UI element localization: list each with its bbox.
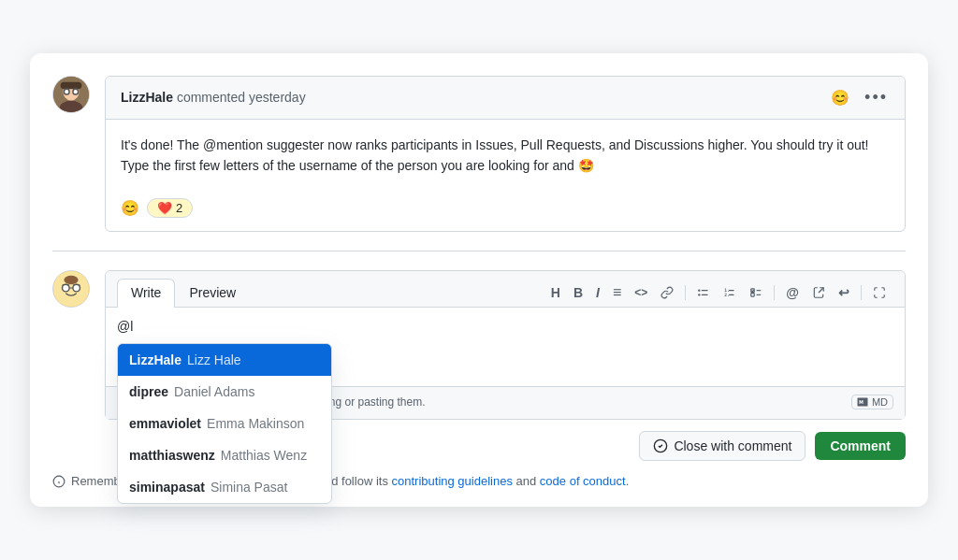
bold-button[interactable]: B [570, 282, 587, 303]
comment-block: LizzHale commented yesterday 😊 ••• It's … [52, 76, 906, 233]
svg-point-8 [63, 285, 70, 293]
crossref-button[interactable] [808, 283, 829, 302]
editor-tabs: Write Preview H B I ≡ <> [106, 271, 905, 308]
mention-username-2: emmaviolet [129, 416, 201, 431]
code-of-conduct-link[interactable]: code of conduct [540, 474, 626, 488]
editor-toolbar: H B I ≡ <> 1.2. [547, 281, 893, 304]
mention-fullname-4: Simina Pasat [210, 480, 287, 495]
md-badge: MD [851, 395, 893, 409]
toolbar-separator-3 [861, 285, 862, 300]
mention-username-0: LizzHale [129, 352, 181, 367]
heading-button[interactable]: H [547, 282, 564, 303]
tabs-left: Write Preview [117, 279, 250, 307]
mention-item-matthiaswenz[interactable]: matthiaswenz Matthias Wenz [118, 439, 331, 471]
toolbar-separator-1 [685, 285, 686, 300]
current-user-avatar [52, 270, 90, 308]
comment-actions: 😊 ••• [829, 86, 890, 109]
comment-reactions: 😊 ❤️ 2 [106, 191, 905, 231]
md-label: MD [872, 396, 888, 408]
comment-button[interactable]: Comment [815, 432, 906, 460]
heart-count: 2 [176, 201, 182, 215]
quote-button[interactable]: ≡ [609, 281, 625, 304]
svg-rect-16 [729, 290, 734, 291]
mention-username-3: matthiaswenz [129, 448, 215, 463]
write-area: Write Preview H B I ≡ <> [105, 270, 906, 420]
mention-item-lizzHale[interactable]: LizzHale Lizz Hale [118, 344, 331, 376]
main-container: LizzHale commented yesterday 😊 ••• It's … [30, 53, 928, 508]
commenter-avatar [52, 76, 90, 113]
heart-icon: ❤️ [157, 201, 172, 215]
mention-username-4: siminapasat [129, 480, 205, 495]
mention-item-dipree[interactable]: dipree Daniel Adams [118, 376, 331, 408]
mention-item-emmaviolet[interactable]: emmaviolet Emma Makinson [118, 408, 331, 439]
tab-preview[interactable]: Preview [175, 279, 250, 308]
mention-item-siminapasat[interactable]: siminapasat Simina Pasat [118, 471, 331, 503]
comment-username: LizzHale [121, 90, 173, 105]
emoji-reaction-button[interactable]: 😊 [829, 87, 851, 108]
tab-write[interactable]: Write [117, 279, 175, 308]
svg-text:2.: 2. [725, 293, 731, 297]
add-reaction-button[interactable]: 😊 [121, 199, 139, 217]
svg-point-11 [699, 290, 701, 292]
editor-area[interactable]: @l LizzHale Lizz Hale dipree Daniel Adam… [106, 308, 905, 386]
mention-fullname-3: Matthias Wenz [221, 448, 307, 463]
comment-box: LizzHale commented yesterday 😊 ••• It's … [105, 76, 906, 233]
link-button[interactable] [657, 283, 677, 302]
svg-point-10 [64, 276, 78, 285]
svg-rect-18 [729, 294, 734, 295]
italic-button[interactable]: I [592, 282, 603, 303]
section-divider [52, 251, 906, 251]
mention-fullname-2: Emma Makinson [207, 416, 304, 431]
more-options-button[interactable]: ••• [863, 86, 890, 109]
comment-author-line: LizzHale commented yesterday [121, 90, 306, 105]
close-circle-icon [653, 438, 668, 453]
unordered-list-button[interactable] [693, 283, 714, 302]
svg-point-5 [73, 89, 79, 94]
comment-body: It's done! The @mention suggester now ra… [106, 120, 905, 192]
contributing-guidelines-link[interactable]: contributing guidelines [392, 474, 513, 488]
svg-point-9 [73, 285, 80, 293]
ordered-list-button[interactable]: 1.2. [719, 283, 740, 302]
comment-header: LizzHale commented yesterday 😊 ••• [106, 77, 905, 120]
mention-fullname-1: Daniel Adams [174, 384, 254, 399]
task-list-button[interactable] [746, 283, 766, 302]
heart-reaction-badge[interactable]: ❤️ 2 [147, 198, 193, 218]
close-with-comment-button[interactable]: Close with comment [639, 431, 806, 461]
comment-timestamp: commented yesterday [177, 90, 306, 105]
mention-fullname-0: Lizz Hale [187, 352, 241, 367]
mention-button[interactable]: @ [782, 282, 803, 303]
svg-point-13 [699, 294, 701, 296]
code-button[interactable]: <> [631, 283, 651, 302]
svg-rect-3 [61, 81, 82, 89]
svg-rect-14 [702, 294, 708, 295]
toolbar-separator-2 [774, 285, 775, 300]
mention-username-1: dipree [129, 384, 168, 399]
write-block: Write Preview H B I ≡ <> [52, 270, 906, 420]
fullscreen-button[interactable] [869, 283, 890, 302]
svg-point-4 [64, 89, 69, 94]
svg-rect-12 [702, 290, 708, 291]
info-icon [52, 475, 65, 488]
svg-rect-20 [751, 294, 755, 297]
undo-button[interactable]: ↩ [835, 282, 853, 303]
mention-dropdown: LizzHale Lizz Hale dipree Daniel Adams e… [117, 343, 332, 504]
